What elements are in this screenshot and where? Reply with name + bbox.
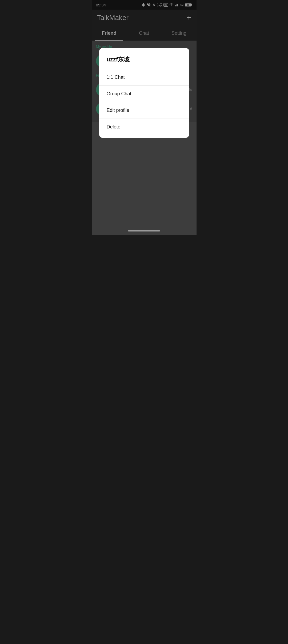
context-menu-title: uzzf东坡 [99,53,189,69]
screen: 09:34 21.0KB/S HD [92,0,197,235]
context-menu: uzzf东坡 1:1 Chat Group Chat Edit profile … [99,48,189,138]
context-menu-item-delete[interactable]: Delete [99,119,189,135]
context-menu-item-edit-profile[interactable]: Edit profile [99,102,189,119]
context-menu-item-group-chat[interactable]: Group Chat [99,86,189,102]
home-indicator [128,230,160,231]
context-menu-item-1-1-chat[interactable]: 1:1 Chat [99,69,189,85]
